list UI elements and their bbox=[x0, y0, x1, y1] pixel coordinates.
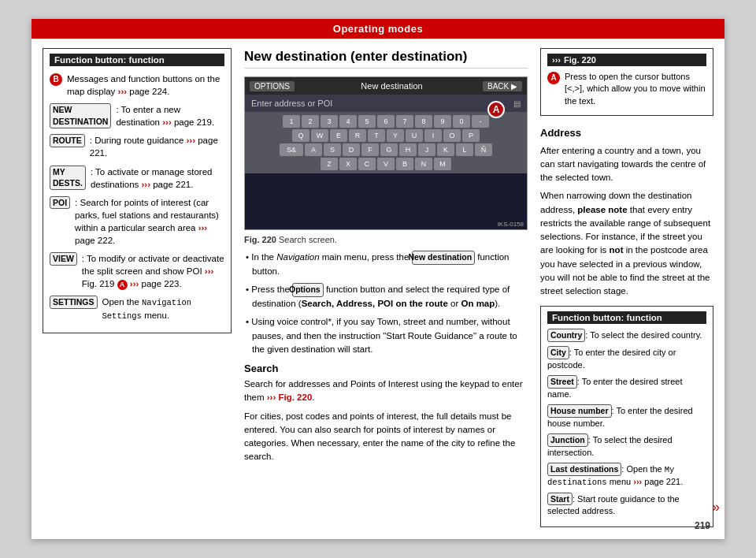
func-right-item-house-number: House number: To enter the desired house… bbox=[547, 404, 706, 430]
key-d[interactable]: D bbox=[343, 143, 360, 156]
top-bar-title: Operating modes bbox=[333, 23, 423, 35]
key-q[interactable]: Q bbox=[292, 129, 309, 142]
func-right-item-last-dest: Last destinations: Open the My destinati… bbox=[547, 463, 706, 488]
key-h[interactable]: H bbox=[399, 143, 417, 156]
key-z[interactable]: Z bbox=[321, 158, 338, 170]
junction-btn: Junction bbox=[547, 433, 588, 447]
key-6[interactable]: 6 bbox=[377, 115, 395, 128]
func-box-right-title: Function button: function bbox=[547, 311, 706, 324]
key-g[interactable]: G bbox=[380, 143, 398, 156]
key-7[interactable]: 7 bbox=[396, 115, 413, 128]
nav-search-bar[interactable]: Enter address or POI ▤ bbox=[245, 95, 527, 112]
key-5[interactable]: 5 bbox=[358, 115, 376, 128]
key-r[interactable]: R bbox=[349, 129, 366, 142]
key-9[interactable]: 9 bbox=[434, 115, 451, 128]
func-item-settings: SETTINGS Open the Navigation Settings me… bbox=[50, 296, 224, 322]
settings-btn-label: SETTINGS bbox=[50, 296, 98, 309]
start-btn: Start bbox=[547, 493, 573, 506]
fig-box-title-text: Fig. 220 bbox=[564, 55, 596, 65]
search-para1: Search for addresses and Points of Inter… bbox=[244, 378, 528, 405]
function-box-left: Function button: function B Messages and… bbox=[43, 48, 232, 333]
key-8[interactable]: 8 bbox=[415, 115, 432, 128]
func-item-b: B Messages and function buttons on the m… bbox=[50, 73, 224, 98]
func-item-view-text: : To modify or activate or deactivate th… bbox=[82, 252, 224, 290]
nav-search-icon: ▤ bbox=[513, 99, 521, 108]
fig-item-a: A Press to open the cursor buttons [<,>]… bbox=[547, 71, 706, 107]
nav-key-row-2: Q W E R T Y U I O P bbox=[246, 129, 525, 142]
fig-caption-text: Search screen. bbox=[279, 235, 337, 244]
key-t[interactable]: T bbox=[368, 129, 385, 142]
key-dash[interactable]: - bbox=[472, 115, 489, 128]
key-j[interactable]: J bbox=[418, 143, 435, 156]
key-special[interactable]: S& bbox=[280, 143, 303, 156]
key-a[interactable]: A bbox=[305, 143, 322, 156]
func-right-item-country: Country: To select the desired country. bbox=[547, 329, 706, 342]
new-dest-inline-btn[interactable]: New destination bbox=[412, 251, 476, 265]
key-s[interactable]: S bbox=[324, 143, 341, 156]
func-item-view: VIEW : To modify or activate or deactiva… bbox=[50, 252, 224, 290]
key-x[interactable]: X bbox=[339, 158, 357, 170]
key-k[interactable]: K bbox=[437, 143, 454, 156]
nav-keyboard: 1 2 3 4 5 6 7 8 9 0 - bbox=[245, 112, 527, 173]
bullet-1: In the Navigation main menu, press the N… bbox=[244, 251, 528, 278]
fig-box-title: ››› Fig. 220 bbox=[547, 54, 706, 66]
func-box-right: Function button: function Country: To se… bbox=[540, 306, 713, 526]
address-para2: When narrowing down the destination addr… bbox=[540, 189, 713, 298]
fig-caption: Fig. 220 Search screen. bbox=[244, 235, 528, 244]
key-e[interactable]: E bbox=[330, 129, 347, 142]
key-c[interactable]: C bbox=[358, 158, 376, 170]
key-l[interactable]: L bbox=[456, 143, 473, 156]
street-btn: Street bbox=[547, 375, 577, 389]
func-item-poi-text: : Search for points of interest (car par… bbox=[75, 196, 224, 247]
func-right-item-start: Start: Start route guidance to the selec… bbox=[547, 493, 706, 518]
nav-search-placeholder: Enter address or POI bbox=[251, 99, 332, 108]
key-b[interactable]: B bbox=[396, 158, 413, 170]
fig-box-arrow: ››› bbox=[552, 55, 561, 65]
key-2[interactable]: 2 bbox=[302, 115, 319, 128]
nav-back-btn[interactable]: BACK ▶ bbox=[483, 81, 522, 91]
route-btn-label: ROUTE bbox=[50, 134, 85, 147]
nav-key-row-1: 1 2 3 4 5 6 7 8 9 0 - bbox=[246, 115, 525, 128]
key-4[interactable]: 4 bbox=[339, 115, 357, 128]
key-i[interactable]: I bbox=[424, 129, 442, 142]
key-y[interactable]: Y bbox=[387, 129, 404, 142]
key-u[interactable]: U bbox=[406, 129, 423, 142]
view-btn-label: VIEW bbox=[50, 252, 77, 266]
key-w[interactable]: W bbox=[311, 129, 328, 142]
key-1[interactable]: 1 bbox=[283, 115, 300, 128]
nav-top-bar: OPTIONS New destination BACK ▶ bbox=[245, 77, 527, 95]
search-head: Search bbox=[244, 363, 528, 374]
key-m[interactable]: M bbox=[434, 158, 451, 170]
guillemet-right: » bbox=[712, 499, 720, 515]
func-right-item-street: Street: To enter the desired street name… bbox=[547, 375, 706, 400]
fig-box: ››› Fig. 220 A Press to open the cursor … bbox=[540, 48, 713, 116]
func-item-poi: POI : Search for points of interest (car… bbox=[50, 196, 224, 247]
poi-btn-label: POI bbox=[50, 196, 70, 210]
country-btn: Country bbox=[547, 329, 585, 342]
circle-b-icon: B bbox=[50, 73, 62, 86]
fig-item-a-text: Press to open the cursor buttons [<,>], … bbox=[565, 71, 706, 107]
key-f[interactable]: F bbox=[361, 143, 379, 156]
key-3[interactable]: 3 bbox=[321, 115, 338, 128]
middle-column: New destination (enter destination) OPTI… bbox=[244, 48, 528, 527]
nav-options-btn[interactable]: OPTIONS bbox=[250, 81, 295, 91]
key-p[interactable]: P bbox=[462, 129, 480, 142]
key-n[interactable]: N bbox=[415, 158, 432, 170]
func-item-my-dests: MY DESTS. : To activate or manage stored… bbox=[50, 166, 224, 191]
new-dest-btn-label: NEW DESTINATION bbox=[50, 103, 111, 128]
key-0[interactable]: 0 bbox=[453, 115, 470, 128]
key-v[interactable]: V bbox=[377, 158, 395, 170]
section-title: New destination (enter destination) bbox=[244, 48, 528, 69]
func-item-route-text: : During route guidance ››› page 221. bbox=[90, 134, 224, 159]
last-dest-btn: Last destinations bbox=[547, 463, 621, 476]
house-number-btn: House number bbox=[547, 404, 612, 418]
left-column: Function button: function B Messages and… bbox=[43, 48, 232, 527]
search-section: Search for addresses and Points of Inter… bbox=[244, 378, 528, 464]
key-n-tilde[interactable]: Ñ bbox=[475, 143, 492, 156]
func-item-route: ROUTE : During route guidance ››› page 2… bbox=[50, 134, 224, 159]
my-dests-btn-label: MY DESTS. bbox=[50, 166, 86, 190]
key-o[interactable]: O bbox=[443, 129, 461, 142]
address-para1: After entering a country and a town, you… bbox=[540, 144, 713, 185]
nav-screen-title: New destination bbox=[301, 81, 483, 91]
options-inline-btn[interactable]: Options bbox=[292, 283, 324, 297]
